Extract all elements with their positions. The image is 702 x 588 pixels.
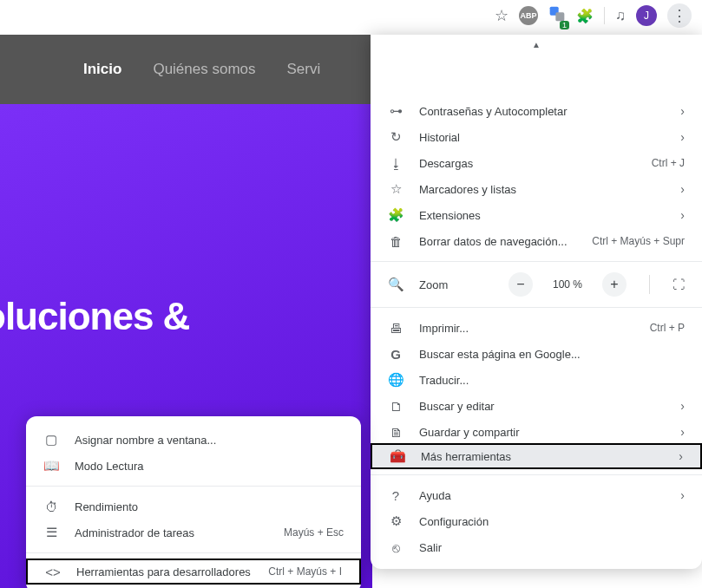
menu-shortcut: Ctrl + Mayús + Supr: [592, 235, 685, 247]
chevron-right-icon: ›: [680, 425, 685, 439]
nav-link-servicios[interactable]: Servi: [287, 61, 321, 78]
menu-label: Asignar nombre a ventana...: [75, 434, 344, 447]
chrome-menu-button[interactable]: ⋮: [667, 3, 692, 28]
menu-label: Guardar y compartir: [419, 426, 665, 439]
menu-separator: [26, 552, 361, 553]
zoom-in-button[interactable]: +: [602, 272, 627, 297]
menu-item-print[interactable]: 🖶 Imprimir... Ctrl + P: [371, 315, 702, 341]
menu-zoom-row: 🔍 Zoom − 100 % + ⛶: [371, 269, 702, 300]
menu-label: Historial: [419, 131, 665, 144]
trash-icon: 🗑: [388, 234, 403, 249]
window-icon: ▢: [43, 432, 59, 448]
chevron-right-icon: ›: [680, 130, 685, 144]
task-manager-icon: ☰: [43, 525, 59, 540]
zoom-out-button[interactable]: −: [508, 272, 533, 297]
svg-rect-1: [555, 12, 564, 21]
submenu-item-name-window[interactable]: ▢ Asignar nombre a ventana...: [26, 427, 361, 453]
menu-label: Rendimiento: [75, 500, 344, 513]
menu-item-settings[interactable]: ⚙ Configuración: [371, 508, 702, 534]
chevron-right-icon: ›: [680, 399, 685, 413]
submenu-item-performance[interactable]: ⏱ Rendimiento: [26, 493, 361, 519]
menu-item-exit[interactable]: ⎋ Salir: [371, 534, 702, 560]
profile-row[interactable]: [381, 53, 692, 91]
menu-label: Ayuda: [419, 489, 665, 502]
zoom-icon: 🔍: [388, 277, 403, 292]
puzzle-icon: 🧩: [388, 207, 403, 223]
chevron-right-icon: ›: [680, 182, 685, 196]
menu-label: Descargas: [419, 157, 636, 170]
nav-link-inicio[interactable]: Inicio: [83, 61, 121, 78]
menu-label: Contraseñas y Autocompletar: [419, 105, 665, 118]
chrome-main-menu: ▲ ⊶ Contraseñas y Autocompletar › ↻ Hist…: [371, 35, 702, 569]
menu-item-clear-data[interactable]: 🗑 Borrar datos de navegación... Ctrl + M…: [371, 228, 702, 254]
menu-label: Marcadores y listas: [419, 183, 665, 196]
menu-item-extensions[interactable]: 🧩 Extensiones ›: [371, 202, 702, 228]
menu-shortcut: Mayús + Esc: [284, 526, 344, 539]
menu-item-save-share[interactable]: 🗎 Guardar y compartir ›: [371, 419, 702, 445]
chevron-right-icon: ›: [679, 449, 683, 463]
menu-separator: [371, 261, 702, 262]
menu-label: Buscar y editar: [419, 400, 665, 413]
toolbox-icon: 🧰: [390, 448, 405, 464]
nav-link-quienes[interactable]: Quiénes somos: [153, 61, 255, 78]
menu-shortcut: Ctrl + P: [650, 322, 685, 334]
key-icon: ⊶: [388, 103, 403, 119]
menu-item-history[interactable]: ↻ Historial ›: [371, 124, 702, 150]
menu-item-google-search[interactable]: G Buscar esta página en Google...: [371, 341, 702, 367]
fullscreen-button[interactable]: ⛶: [672, 278, 685, 291]
submenu-item-devtools[interactable]: <> Herramientas para desarrolladores Ctr…: [26, 559, 361, 585]
menu-item-more-tools[interactable]: 🧰 Más herramientas ›: [371, 443, 702, 469]
chevron-right-icon: ›: [680, 104, 685, 118]
menu-item-help[interactable]: ? Ayuda ›: [371, 482, 702, 508]
menu-label: Configuración: [419, 515, 685, 528]
bookmark-star-icon[interactable]: ☆: [495, 6, 508, 25]
menu-item-bookmarks[interactable]: ☆ Marcadores y listas ›: [371, 176, 702, 202]
menu-label: Borrar datos de navegación...: [419, 235, 576, 248]
menu-label: Imprimir...: [419, 322, 634, 335]
menu-shortcut: Ctrl + Mayús + I: [268, 565, 342, 578]
menu-label: Más herramientas: [421, 450, 663, 463]
menu-label: Extensiones: [419, 209, 665, 222]
menu-label: Administrador de tareas: [75, 526, 268, 539]
menu-item-downloads[interactable]: ⭳ Descargas Ctrl + J: [371, 150, 702, 176]
exit-icon: ⎋: [388, 540, 403, 555]
menu-item-find-edit[interactable]: 🗋 Buscar y editar ›: [371, 393, 702, 419]
submenu-item-reader-mode[interactable]: 📖 Modo Lectura: [26, 453, 361, 479]
menu-collapse-arrow[interactable]: ▲: [371, 35, 702, 53]
chevron-right-icon: ›: [680, 488, 685, 502]
menu-separator: [371, 307, 702, 308]
menu-shortcut: Ctrl + J: [652, 157, 685, 169]
submenu-item-task-manager[interactable]: ☰ Administrador de tareas Mayús + Esc: [26, 519, 361, 546]
translate-icon: 🌐: [388, 372, 403, 388]
star-icon: ☆: [388, 181, 403, 197]
menu-item-passwords[interactable]: ⊶ Contraseñas y Autocompletar ›: [371, 98, 702, 124]
download-icon: ⭳: [388, 156, 403, 171]
search-page-icon: 🗋: [388, 399, 403, 414]
zoom-label: Zoom: [419, 278, 493, 291]
profile-avatar[interactable]: J: [636, 5, 657, 26]
menu-item-translate[interactable]: 🌐 Traducir...: [371, 367, 702, 393]
menu-separator: [371, 474, 702, 475]
more-tools-submenu: ▢ Asignar nombre a ventana... 📖 Modo Lec…: [26, 416, 361, 588]
zoom-value: 100 %: [548, 278, 587, 291]
gear-icon: ⚙: [388, 513, 403, 529]
menu-label: Salir: [419, 541, 685, 554]
share-icon: 🗎: [388, 425, 403, 440]
hero-heading: oluciones &: [0, 295, 372, 338]
extensions-icon[interactable]: 🧩: [576, 8, 594, 24]
menu-label: Traducir...: [419, 374, 685, 387]
print-icon: 🖶: [388, 321, 403, 336]
media-control-icon[interactable]: ♫: [615, 8, 626, 23]
abp-extension-icon[interactable]: ABP: [519, 6, 538, 25]
google-icon: G: [388, 347, 403, 362]
code-icon: <>: [45, 565, 61, 579]
chevron-right-icon: ›: [680, 208, 685, 222]
menu-label: Buscar esta página en Google...: [419, 348, 685, 361]
menu-label: Modo Lectura: [75, 460, 344, 473]
reader-icon: 📖: [43, 458, 59, 474]
history-icon: ↻: [388, 129, 403, 145]
menu-separator: [26, 486, 361, 487]
zoom-divider: [649, 275, 650, 294]
google-translate-extension-icon[interactable]: 1: [548, 5, 566, 26]
help-icon: ?: [388, 488, 403, 503]
